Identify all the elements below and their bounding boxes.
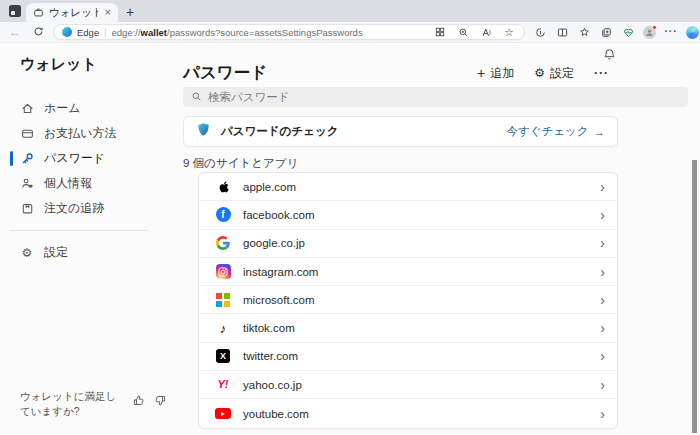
url-text: edge://wallet/passwords?source=assetsSet… [112, 27, 428, 38]
tab-actions-menu-icon[interactable] [9, 5, 21, 17]
address-bar-separator: | [104, 27, 106, 37]
sidebar-item-label: 個人情報 [44, 175, 92, 192]
key-icon [20, 152, 34, 166]
password-row-yahoo.co.jp[interactable]: Y! yahoo.co.jp › [199, 371, 617, 399]
home-icon [20, 102, 34, 116]
scrollbar-thumb[interactable] [692, 160, 697, 433]
selected-indicator [10, 201, 13, 216]
sidebar-divider [10, 230, 148, 231]
selected-indicator [10, 151, 13, 166]
sidebar-item-personal-info[interactable]: 個人情報 [20, 171, 175, 196]
sidebar-item-label: 設定 [44, 244, 68, 261]
tab-close-icon[interactable]: × [103, 6, 113, 19]
yahoo-icon: Y! [215, 377, 231, 393]
password-settings-button[interactable]: ⚙設定 [534, 65, 574, 82]
browser-tab-wallet[interactable]: ウォレット × [26, 3, 118, 22]
sidebar-nav: ホーム お支払い方法 パスワード [20, 96, 175, 221]
edge-logo-icon [62, 27, 72, 37]
saved-passwords-list: apple.com › f facebook.com › google.co.j… [198, 172, 618, 429]
facebook-icon: f [215, 207, 231, 223]
password-row-google.co.jp[interactable]: google.co.jp › [199, 230, 617, 258]
site-domain: microsoft.com [243, 294, 588, 306]
password-row-youtube.com[interactable]: youtube.com › [199, 399, 617, 427]
sidebar-item-label: パスワード [44, 150, 105, 167]
check-now-link[interactable]: 今すぐチェック→ [506, 124, 605, 139]
tab-title: ウォレット [49, 6, 98, 20]
address-bar-badge: Edge [77, 27, 99, 38]
page-header: パスワード +追加 ⚙設定 ··· [183, 62, 609, 84]
google-icon [215, 235, 231, 251]
more-options-icon[interactable]: ··· [594, 66, 609, 80]
refresh-icon[interactable] [30, 26, 47, 39]
thumbs-down-icon[interactable] [154, 393, 167, 411]
selected-indicator [10, 176, 13, 191]
search-icon [191, 88, 202, 106]
site-domain: youtube.com [243, 408, 588, 420]
feedback-question: ウォレットに満足していますか? [20, 389, 122, 419]
feedback-prompt: ウォレットに満足していますか? [20, 389, 167, 419]
sidebar-item-passwords[interactable]: パスワード [20, 146, 175, 171]
extensions-icon[interactable] [533, 25, 547, 39]
password-row-instagram.com[interactable]: instagram.com › [199, 258, 617, 286]
person-icon [20, 177, 34, 191]
gear-icon: ⚙ [534, 67, 545, 79]
sidebar-item-label: ホーム [44, 100, 81, 117]
chevron-right-icon: › [600, 349, 605, 363]
browser-essentials-icon[interactable] [621, 25, 635, 39]
password-row-twitter.com[interactable]: X twitter.com › [199, 343, 617, 371]
sidebar-item-settings[interactable]: ⚙ 設定 [20, 240, 175, 265]
sidebar-item-payments[interactable]: お支払い方法 [20, 121, 175, 146]
apple-icon [215, 179, 231, 195]
site-domain: instagram.com [243, 266, 588, 278]
selected-indicator [10, 101, 13, 116]
plus-icon: + [477, 66, 485, 80]
sidebar-item-home[interactable]: ホーム [20, 96, 175, 121]
sidebar-item-label: 注文の追跡 [44, 200, 104, 217]
tab-strip: ウォレット × + [0, 0, 700, 22]
site-domain: tiktok.com [243, 322, 588, 334]
youtube-icon [215, 406, 231, 422]
password-row-facebook.com[interactable]: f facebook.com › [199, 201, 617, 229]
split-screen-icon[interactable] [555, 25, 569, 39]
chevron-right-icon: › [600, 321, 605, 335]
thumbs-up-icon[interactable] [132, 393, 145, 411]
password-row-microsoft.com[interactable]: microsoft.com › [199, 286, 617, 314]
passwords-panel: パスワード +追加 ⚙設定 ··· パスワードのチェック 今すぐチェック→ 9 … [175, 43, 700, 435]
page-title: パスワード [183, 62, 267, 84]
selected-indicator [10, 126, 13, 141]
chevron-right-icon: › [600, 378, 605, 392]
site-domain: twitter.com [243, 350, 588, 362]
password-check-label: パスワードのチェック [221, 124, 496, 139]
read-aloud-icon[interactable] [479, 25, 493, 39]
search-input[interactable] [208, 91, 680, 103]
chevron-right-icon: › [600, 208, 605, 222]
add-password-button[interactable]: +追加 [477, 65, 514, 82]
profile-avatar[interactable] [643, 26, 656, 39]
password-row-tiktok.com[interactable]: ♪ tiktok.com › [199, 314, 617, 342]
password-row-apple.com[interactable]: apple.com › [199, 173, 617, 201]
search-passwords-box [183, 87, 688, 107]
browser-window: ウォレット × + ← Edge | edge://wallet/passwor… [0, 0, 700, 435]
site-domain: facebook.com [243, 209, 588, 221]
add-favorite-icon[interactable]: ☆ [502, 25, 516, 39]
arrow-right-icon: → [594, 126, 606, 138]
more-menu-icon[interactable]: ··· [664, 25, 678, 39]
zoom-in-icon[interactable] [456, 25, 470, 39]
wallet-favicon-icon [33, 7, 44, 18]
copilot-icon[interactable] [686, 26, 699, 39]
address-bar[interactable]: Edge | edge://wallet/passwords?source=as… [53, 24, 525, 40]
site-domain: yahoo.co.jp [243, 379, 588, 391]
apps-grid-icon[interactable] [433, 25, 447, 39]
sidebar-item-order-tracking[interactable]: 注文の追跡 [20, 196, 175, 221]
new-tab-button[interactable]: + [126, 5, 134, 19]
collections-icon[interactable] [599, 25, 613, 39]
password-check-card[interactable]: パスワードのチェック 今すぐチェック→ [183, 116, 618, 147]
shield-icon [196, 122, 211, 141]
gear-icon: ⚙ [20, 246, 34, 260]
back-icon: ← [6, 26, 24, 38]
wallet-page: ウォレット ホーム お支払い方法 [0, 43, 700, 435]
instagram-icon [215, 264, 231, 280]
tiktok-icon: ♪ [215, 320, 231, 336]
shopping-icon[interactable] [577, 25, 591, 39]
chevron-right-icon: › [600, 236, 605, 250]
